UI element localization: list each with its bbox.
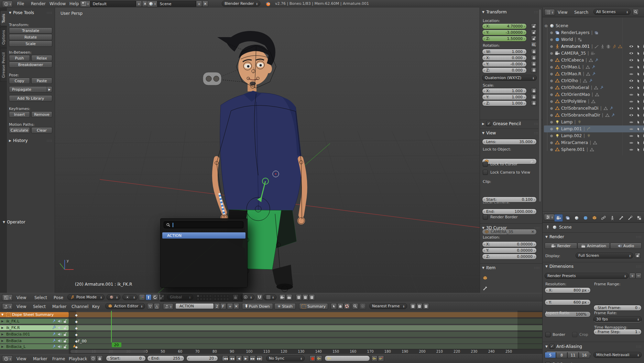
keyframe-diamond[interactable]: ◆ [75, 333, 78, 337]
end-frame-field[interactable]: End:255 [147, 355, 184, 361]
expand-toggle-icon[interactable]: ⊖ [544, 24, 548, 28]
snap-target-dropdown[interactable]: ▲▼ [263, 294, 276, 300]
sync-dropdown[interactable]: No Sync▲▼ [266, 355, 305, 361]
prev-keyframe-button[interactable]: ◀◀ [229, 355, 235, 362]
eyedropper-icon[interactable] [530, 159, 534, 164]
scale-z-field[interactable]: Z:1.000 [482, 100, 527, 106]
snap-toggle-button[interactable] [256, 294, 263, 300]
dope-select-menu[interactable]: Select [33, 302, 46, 311]
render-border-row[interactable]: Render Border [483, 214, 518, 220]
dope-view-menu[interactable]: View [17, 302, 26, 311]
jump-to-end-button[interactable]: ▶▶| [256, 355, 263, 362]
rotation-w-field[interactable]: W:1.000 [482, 49, 527, 55]
selectable-toggle-icon[interactable] [636, 147, 641, 152]
channel-BnBacia_L[interactable]: ▶BnBacia_L [0, 344, 69, 349]
outliner-row-Armature.001[interactable]: ⊕Armature.001| [544, 43, 644, 50]
mute-toggle-icon[interactable] [57, 332, 62, 337]
channel-ik_FK.L[interactable]: ▶ik_FK.L [0, 319, 69, 324]
remove-preset-button[interactable]: − [635, 273, 642, 279]
channel-expand-icon[interactable]: ▶ [1, 333, 5, 336]
aa-samples-16-button[interactable]: 16 [579, 352, 590, 358]
expand-toggle-icon[interactable]: ⊕ [549, 141, 554, 145]
add-layout-button[interactable]: ＋ [136, 1, 142, 7]
expand-toggle-icon[interactable]: ⊕ [549, 44, 554, 49]
timeline-view-menu[interactable]: View [17, 354, 26, 363]
properties-tab-render[interactable] [554, 214, 563, 222]
lock-channel-icon[interactable] [63, 339, 67, 343]
anti-aliasing-panel-header[interactable]: ▼✓ Anti-Aliasing:::: [545, 344, 642, 349]
panel-grip[interactable]: :::: [47, 11, 52, 14]
manipulator-rotate-button[interactable] [152, 294, 158, 300]
opengl-animation-button[interactable] [286, 294, 292, 300]
expand-toggle-icon[interactable]: ⊕ [549, 58, 554, 63]
dimensions-panel-header[interactable]: ▼Dimensions:::: [545, 264, 642, 269]
expand-toggle-icon[interactable]: ⊕ [549, 79, 554, 83]
select-menu[interactable]: Select [34, 293, 47, 302]
selectable-toggle-icon[interactable] [636, 86, 641, 90]
relax-button[interactable]: Relax [31, 55, 52, 61]
menu-file[interactable]: File [14, 0, 27, 8]
scene-name-field[interactable]: Scene [157, 1, 196, 7]
outliner-row-CtrlSobrancelhaDir[interactable]: ⊕CtrlSobrancelhaDir| [544, 112, 644, 119]
outliner-row-CtrlMao.R[interactable]: ⊕CtrlMao.R| [544, 70, 644, 77]
animation-button[interactable]: Animation [577, 243, 610, 249]
lock-channel-icon[interactable] [63, 332, 67, 337]
properties-tab-material[interactable] [635, 214, 643, 222]
properties-tab-constraints[interactable] [599, 214, 608, 222]
outliner-editor-selector[interactable]: ▲▼ [544, 9, 555, 15]
clear-paths-button[interactable]: Clear [31, 127, 52, 133]
3d-viewport[interactable]: y User Persp (20) Armature.001 : ik_FK.R… [55, 8, 480, 293]
clip-end-field[interactable]: End:1000.000 [482, 209, 537, 214]
scene-selector[interactable]: ▲▼ Scene ＋ ✕ [147, 1, 208, 7]
grease-pencil-panel-header[interactable]: ▶✓ Grease Pencil:::: [482, 121, 540, 126]
mute-toggle-icon[interactable] [57, 326, 62, 330]
item-panel-header[interactable]: ▼Item:::: [482, 265, 540, 270]
rotate-button[interactable]: Rotate [9, 34, 52, 40]
selectable-toggle-icon[interactable] [636, 99, 641, 104]
selectable-toggle-icon[interactable] [636, 141, 641, 145]
opengl-render-button[interactable] [279, 294, 285, 300]
editor-type-selector[interactable]: ▲▼ [2, 1, 13, 7]
record-button[interactable] [309, 355, 316, 362]
eye-closed-icon[interactable] [629, 133, 634, 138]
remove-keyframe-button[interactable]: Remove [31, 111, 52, 118]
snap-mode-dropdown[interactable]: Nearest Frame▲▼ [369, 303, 407, 309]
lock-loc-x[interactable] [531, 23, 537, 29]
push-button[interactable]: Push [9, 55, 30, 61]
outliner-row-Lamp[interactable]: ⊕Lamp| [544, 119, 644, 125]
current-frame-badge[interactable]: 20 [112, 342, 121, 347]
outliner-row-CtrlCabeca[interactable]: ⊕CtrlCabeca| [544, 57, 644, 64]
channel-BnBacia[interactable]: ▶BnBacia [0, 338, 69, 343]
outliner-row-Scene[interactable]: ⊖Scene [544, 22, 643, 29]
manipulator-axis-button[interactable] [139, 294, 145, 300]
expand-toggle-icon[interactable]: ⊕ [549, 65, 554, 69]
calculate-paths-button[interactable]: Calculate [9, 127, 30, 133]
dope-editor-selector[interactable]: ▲▼ [2, 303, 13, 310]
lock-channel-icon[interactable] [63, 344, 67, 349]
full-sample-row[interactable]: Full Sample [545, 362, 575, 363]
play-reverse-button[interactable]: ◀ [236, 355, 242, 362]
eye-closed-icon[interactable] [629, 126, 634, 131]
properties-tab-object-data[interactable] [608, 214, 616, 222]
layout-name-field[interactable]: Default [90, 1, 136, 7]
outliner-search-menu[interactable]: Search [574, 8, 588, 17]
outliner-scope-dropdown[interactable]: All Scenes ▲▼ [593, 9, 631, 15]
frame-step-field[interactable]: Frame Step:1 [593, 329, 642, 335]
tab-tools[interactable]: Tools [0, 10, 7, 26]
outliner-row-CtrlPolyWire[interactable]: ⊕CtrlPolyWire| [544, 98, 644, 105]
render-engine-dropdown[interactable]: Blender Render ▲▼ [222, 1, 260, 7]
fake-user-button[interactable]: F [220, 303, 226, 309]
transform-panel-header[interactable]: ▼Transform:::: [482, 10, 540, 14]
selectable-toggle-icon[interactable] [636, 106, 641, 111]
rotation-z-field[interactable]: Z:0.000 [482, 67, 527, 73]
dope-channel-menu[interactable]: Channel [72, 302, 88, 311]
mute-toggle-icon[interactable] [57, 319, 62, 323]
eye-closed-icon[interactable] [629, 120, 634, 124]
channel-expand-icon[interactable]: ▶ [1, 326, 5, 329]
delete-scene-button[interactable]: ✕ [202, 1, 208, 7]
channel-expand-icon[interactable]: ▶ [1, 345, 5, 348]
mute-toggle-icon[interactable] [57, 339, 62, 343]
cursor-z-field[interactable]: Z:0.00000 [482, 254, 537, 260]
keyframe-diamond[interactable]: ◆ [75, 326, 78, 330]
fps-dropdown[interactable]: 30 fps▲▼ [593, 316, 642, 322]
